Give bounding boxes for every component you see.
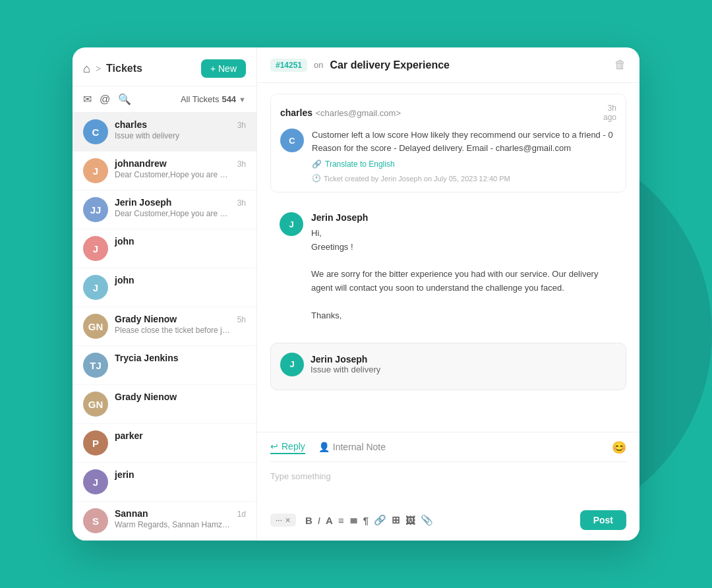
ticket-item[interactable]: P parker: [73, 424, 256, 463]
translate-icon: 🔗: [312, 160, 322, 169]
tickets-count[interactable]: All Tickets 544 ▼: [181, 94, 246, 104]
ticket-info: jerin: [115, 469, 246, 480]
avatar-jerin-2: J: [280, 353, 304, 376]
reply-box: ↩ Reply 👤 Internal Note 😊 Type something…: [257, 432, 639, 541]
avatar-jerin-1: J: [280, 212, 303, 236]
ticket-name: Sannan: [115, 508, 231, 519]
reply-toolbar: ··· ✕ B I A ≡ ≣ ¶ 🔗 ⊞ 🖼 📎 Post: [270, 510, 626, 530]
ticket-avatar: J: [83, 469, 108, 494]
ticket-preview: Dear Customer,Hope you are doing good. W…: [115, 209, 231, 218]
ticket-avatar: J: [83, 158, 108, 183]
sender-name-3: Jerin Joseph: [311, 354, 380, 365]
ticket-meta: 🕐 Ticket created by Jerin Joseph on July…: [312, 174, 616, 183]
emoji-button[interactable]: 😊: [612, 440, 626, 455]
message-header-2: J Jerin Joseph Hi, Greetings ! We are so…: [280, 212, 617, 323]
message-content-1: Customer left a low score How likely the…: [312, 129, 616, 183]
ticket-item[interactable]: J jerin: [73, 463, 256, 502]
align-left-icon[interactable]: ≡: [338, 515, 344, 526]
ticket-avatar: J: [83, 275, 108, 300]
ticket-item[interactable]: J johnandrew Dear Customer,Hope you are …: [73, 152, 256, 191]
image-icon[interactable]: 🖼: [405, 515, 415, 526]
tab-reply[interactable]: ↩ Reply: [270, 441, 305, 454]
italic-icon[interactable]: I: [318, 515, 320, 526]
avatar-charles: C: [280, 129, 304, 152]
sidebar-toolbar: ✉ @ 🔍 All Tickets 544 ▼: [73, 86, 256, 113]
ticket-avatar: GN: [83, 314, 108, 339]
translate-link[interactable]: 🔗 Translate to English: [312, 160, 616, 169]
ticket-item[interactable]: JJ Jerin Joseph Dear Customer,Hope you a…: [73, 191, 256, 229]
reply-input[interactable]: Type something: [270, 469, 626, 505]
tickets-count-number: 544: [222, 94, 236, 104]
delete-icon[interactable]: 🗑: [614, 58, 626, 72]
translate-label: Translate to English: [325, 160, 395, 169]
ticket-time: 1d: [237, 510, 246, 519]
ticket-item[interactable]: GN Grady Nienow: [73, 385, 256, 424]
ticket-info: Trycia Jenkins: [115, 353, 246, 363]
reply-sender-info: Jerin Joseph Issue with delivery: [311, 354, 380, 374]
ticket-list: C charles Issue with delivery 3h J johna…: [73, 113, 256, 541]
post-button[interactable]: Post: [580, 510, 626, 530]
table-icon[interactable]: ⊞: [392, 514, 400, 526]
new-ticket-button[interactable]: + New: [201, 59, 246, 78]
snippet-tag[interactable]: ··· ✕: [270, 514, 296, 527]
ticket-info: john: [115, 275, 246, 285]
ticket-subject: Car delivery Experience: [330, 59, 608, 71]
search-icon[interactable]: 🔍: [118, 93, 131, 105]
ticket-item[interactable]: C charles Issue with delivery 3h: [73, 113, 256, 152]
align-right-icon[interactable]: ≣: [349, 514, 358, 526]
ticket-time: 3h: [237, 160, 246, 169]
ticket-avatar: GN: [83, 392, 108, 417]
message-card-3: J Jerin Joseph Issue with delivery: [270, 343, 626, 390]
main-panel: #14251 on Car delivery Experience 🗑 char…: [257, 47, 639, 541]
mention-icon[interactable]: @: [100, 94, 110, 105]
format-icons: B I A ≡ ≣ ¶ 🔗 ⊞ 🖼 📎: [305, 514, 433, 526]
paragraph-icon[interactable]: ¶: [363, 515, 369, 526]
internal-note-label: Internal Note: [333, 442, 386, 452]
sender-email-1: <charles@gmail.com>: [316, 108, 401, 118]
ticket-name: john: [115, 275, 246, 285]
message-text-2: Hi, Greetings ! We are sorry for the bit…: [311, 227, 617, 323]
person-icon: 👤: [318, 442, 330, 452]
ticket-info: parker: [115, 430, 246, 441]
ticket-name: john: [115, 236, 246, 247]
main-header: #14251 on Car delivery Experience 🗑: [257, 47, 639, 83]
ticket-item[interactable]: S Sannan Warm Regards, Sannan HamzaCusto…: [73, 502, 256, 541]
ticket-preview: Issue with delivery: [115, 131, 231, 140]
ticket-name: Grady Nienow: [115, 392, 246, 402]
message-header-3: J Jerin Joseph Issue with delivery: [280, 353, 616, 376]
sender-name-1: charles: [280, 107, 312, 118]
message-card-1: charles <charles@gmail.com> 3hago C Cust…: [270, 94, 626, 192]
ticket-time: 3h: [237, 198, 246, 208]
sender-name-2: Jerin Joseph: [311, 212, 617, 223]
all-tickets-label: All Tickets: [181, 94, 220, 104]
mail-icon[interactable]: ✉: [83, 93, 92, 105]
reply-icon: ↩: [270, 441, 278, 452]
ticket-time: 3h: [237, 121, 246, 130]
ticket-item[interactable]: TJ Trycia Jenkins: [73, 346, 256, 385]
ticket-avatar: P: [83, 430, 108, 456]
ticket-info: Jerin Joseph Dear Customer,Hope you are …: [115, 197, 231, 218]
ticket-info: charles Issue with delivery: [115, 119, 231, 140]
close-snippet-icon[interactable]: ✕: [285, 516, 291, 525]
ticket-info: Sannan Warm Regards, Sannan HamzaCustome…: [115, 508, 231, 529]
reply-placeholder: Type something: [270, 471, 331, 481]
tab-internal-note[interactable]: 👤 Internal Note: [318, 442, 386, 454]
link-icon[interactable]: 🔗: [374, 514, 386, 526]
home-icon[interactable]: ⌂: [83, 62, 90, 76]
ticket-name: jerin: [115, 469, 246, 480]
font-size-icon[interactable]: A: [326, 515, 333, 526]
attachment-icon[interactable]: 📎: [421, 514, 433, 526]
on-label: on: [314, 60, 323, 70]
message-body-2: Jerin Joseph Hi, Greetings ! We are sorr…: [311, 212, 617, 323]
breadcrumb-title: Tickets: [106, 63, 196, 74]
ticket-name: parker: [115, 430, 246, 441]
clock-icon: 🕐: [312, 174, 321, 183]
ticket-name: johnandrew: [115, 158, 231, 169]
breadcrumb-separator: >: [96, 63, 101, 74]
ticket-item[interactable]: J john: [73, 229, 256, 268]
ticket-item[interactable]: J john: [73, 268, 256, 307]
ticket-item[interactable]: GN Grady Nienow Please close the ticket …: [73, 307, 256, 346]
bold-icon[interactable]: B: [305, 515, 312, 526]
ticket-time: 5h: [237, 315, 246, 324]
ticket-avatar: TJ: [83, 353, 108, 378]
